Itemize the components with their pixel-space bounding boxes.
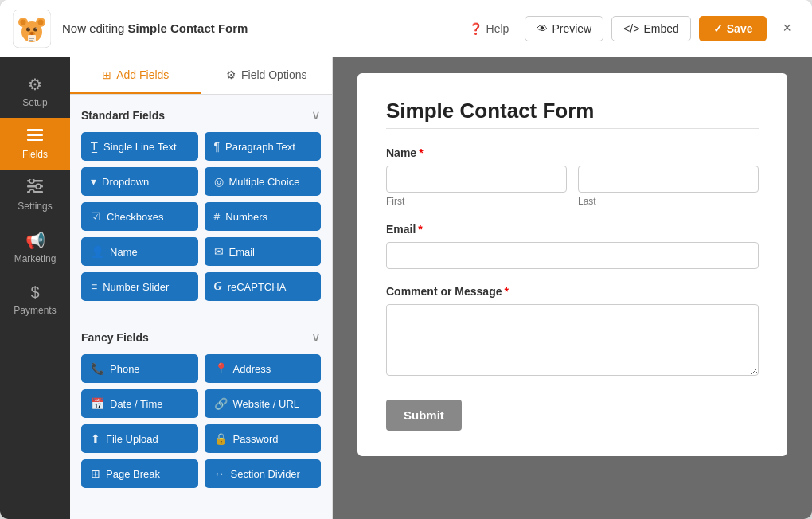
comment-textarea[interactable] (386, 304, 759, 376)
header-actions: ❓ Help 👁 Preview </> Embed ✓ Save × (461, 15, 799, 41)
required-indicator: * (419, 146, 423, 159)
field-btn-website-url[interactable]: 🔗 Website / URL (205, 389, 322, 418)
embed-button[interactable]: </> Embed (611, 16, 691, 41)
field-btn-name[interactable]: 👤 Name (81, 237, 198, 266)
field-btn-phone[interactable]: 📞 Phone (81, 354, 198, 383)
submit-button[interactable]: Submit (386, 400, 462, 431)
fancy-fields-section: Fancy Fields ∨ 📞 Phone 📍 Address 📅 Date … (70, 317, 332, 504)
field-btn-date-time[interactable]: 📅 Date / Time (81, 389, 198, 418)
standard-section-title: Standard Fields (81, 109, 165, 122)
svg-point-4 (21, 19, 26, 25)
fancy-fields-grid: 📞 Phone 📍 Address 📅 Date / Time 🔗 Websit… (81, 354, 321, 488)
page-break-icon: ⊞ (91, 467, 100, 480)
required-indicator: * (504, 285, 508, 298)
name-label: Name* (386, 146, 759, 159)
field-btn-numbers[interactable]: # Numbers (205, 202, 322, 231)
first-name-input[interactable] (386, 166, 567, 193)
last-name-col: Last (578, 166, 759, 207)
standard-section-toggle[interactable]: ∨ (311, 107, 321, 123)
svg-point-23 (29, 179, 34, 183)
sidebar-item-settings[interactable]: Settings (0, 170, 70, 221)
paragraph-text-icon: ¶ (214, 140, 221, 153)
help-button[interactable]: ❓ Help (461, 18, 517, 40)
form-divider (386, 128, 759, 129)
field-btn-page-break[interactable]: ⊞ Page Break (81, 459, 198, 488)
numbers-icon: # (214, 210, 221, 223)
field-btn-file-upload[interactable]: ⬆ File Upload (81, 424, 198, 453)
help-icon: ❓ (469, 22, 482, 35)
multiple-choice-icon: ◎ (214, 175, 224, 188)
svg-point-11 (36, 27, 37, 29)
name-icon: 👤 (91, 245, 104, 258)
field-btn-email[interactable]: ✉ Email (205, 237, 322, 266)
website-url-icon: 🔗 (214, 397, 228, 410)
field-btn-section-divider[interactable]: ↔ Section Divider (205, 459, 322, 488)
address-icon: 📍 (214, 362, 228, 375)
comment-label: Comment or Message* (386, 285, 759, 298)
form-field-name: Name* First Last (386, 146, 759, 207)
fancy-section-title: Fancy Fields (81, 331, 149, 344)
file-upload-icon: ⬆ (91, 432, 100, 445)
last-name-input[interactable] (578, 166, 759, 193)
field-btn-address[interactable]: 📍 Address (205, 354, 322, 383)
tab-field-options[interactable]: ⚙ Field Options (201, 57, 333, 94)
svg-point-9 (30, 32, 33, 35)
standard-fields-section: Standard Fields ∨ T̲ Single Line Text ¶ … (70, 95, 332, 317)
field-btn-dropdown[interactable]: ▾ Dropdown (81, 167, 198, 196)
header-title: Now editing Simple Contact Form (62, 21, 461, 35)
field-btn-single-line-text[interactable]: T̲ Single Line Text (81, 132, 198, 161)
sidebar-item-payments[interactable]: $ Payments (0, 274, 70, 326)
standard-fields-grid: T̲ Single Line Text ¶ Paragraph Text ▾ D… (81, 132, 321, 301)
svg-point-25 (29, 189, 34, 193)
field-btn-password[interactable]: 🔒 Password (205, 424, 322, 453)
phone-icon: 📞 (91, 362, 104, 375)
close-button[interactable]: × (775, 15, 799, 41)
sidebar-item-setup[interactable]: ⚙ Setup (0, 65, 70, 118)
dropdown-icon: ▾ (91, 175, 96, 188)
form-card: Simple Contact Form Name* First (357, 73, 787, 456)
password-icon: 🔒 (214, 432, 228, 445)
preview-button[interactable]: 👁 Preview (525, 16, 603, 41)
panel-tabs: ⊞ Add Fields ⚙ Field Options (70, 57, 332, 95)
sidebar-nav: ⚙ Setup Fields (0, 57, 70, 519)
app-logo (13, 10, 51, 48)
last-label: Last (578, 196, 759, 207)
tab-add-fields[interactable]: ⊞ Add Fields (70, 57, 201, 94)
number-slider-icon: ≡ (91, 280, 97, 293)
svg-rect-19 (29, 131, 41, 131)
form-field-comment: Comment or Message* (386, 285, 759, 379)
single-line-text-icon: T̲ (91, 140, 98, 153)
email-input[interactable] (386, 242, 759, 269)
form-preview: Simple Contact Form Name* First (333, 57, 812, 519)
first-label: First (386, 196, 567, 207)
svg-rect-17 (27, 134, 43, 136)
fields-icon (27, 127, 43, 146)
svg-rect-18 (27, 139, 43, 141)
section-divider-icon: ↔ (214, 467, 225, 480)
sidebar-item-fields[interactable]: Fields (0, 118, 70, 170)
form-title: Simple Contact Form (386, 99, 759, 123)
field-btn-recaptcha[interactable]: G reCAPTCHA (205, 272, 322, 301)
sidebar-item-marketing[interactable]: 📢 Marketing (0, 221, 70, 274)
fields-panel: ⊞ Add Fields ⚙ Field Options Standard Fi… (70, 57, 333, 519)
svg-point-5 (38, 19, 44, 25)
svg-point-10 (29, 27, 30, 29)
name-row: First Last (386, 166, 759, 207)
field-btn-multiple-choice[interactable]: ◎ Multiple Choice (205, 167, 322, 196)
recaptcha-icon: G (214, 280, 222, 293)
email-icon: ✉ (214, 245, 224, 258)
field-options-icon: ⚙ (226, 68, 236, 81)
setup-icon: ⚙ (28, 75, 42, 94)
svg-point-24 (36, 184, 41, 189)
save-button[interactable]: ✓ Save (699, 16, 767, 41)
marketing-icon: 📢 (25, 231, 45, 250)
fancy-section-header: Fancy Fields ∨ (81, 330, 321, 345)
field-btn-number-slider[interactable]: ≡ Number Slider (81, 272, 198, 301)
form-field-email: Email* (386, 223, 759, 269)
check-icon: ✓ (713, 22, 723, 35)
field-btn-paragraph-text[interactable]: ¶ Paragraph Text (205, 132, 322, 161)
first-name-col: First (386, 166, 567, 207)
header: Now editing Simple Contact Form ❓ Help 👁… (0, 0, 812, 57)
fancy-section-toggle[interactable]: ∨ (311, 330, 321, 345)
field-btn-checkboxes[interactable]: ☑ Checkboxes (81, 202, 198, 231)
